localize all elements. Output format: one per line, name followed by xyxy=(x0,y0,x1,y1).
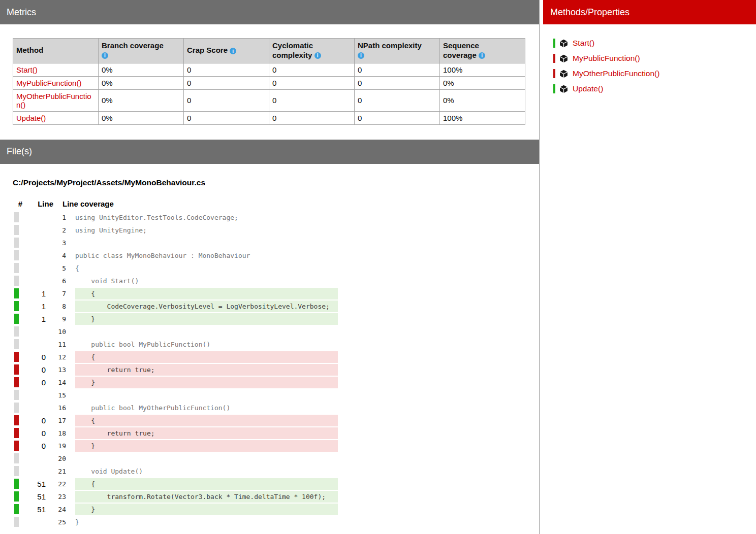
metrics-table: Method Branch coverage i Crap Score i Cy… xyxy=(13,38,525,125)
info-icon[interactable]: i xyxy=(314,52,321,59)
metrics-table-wrap: Method Branch coverage i Crap Score i Cy… xyxy=(13,38,526,125)
column-npath-complexity: NPath complexity i xyxy=(355,39,440,63)
coverage-indicator xyxy=(14,288,19,298)
coverage-indicator xyxy=(14,491,19,502)
main-content: Metrics Method Branch coverage i Crap Sc… xyxy=(0,0,539,534)
column-crap-score: Crap Score i xyxy=(184,39,269,63)
code-line: 20 xyxy=(13,452,539,465)
info-icon[interactable]: i xyxy=(230,48,236,54)
method-link-mypublicfunction[interactable]: MyPublicFunction() xyxy=(16,79,81,87)
info-icon[interactable]: i xyxy=(358,52,364,59)
code-line: 10 xyxy=(13,325,539,338)
coverage-indicator xyxy=(14,326,19,337)
sequence-value: 0% xyxy=(440,76,525,89)
sidebar-link-myotherpublicfunction[interactable]: MyOtherPublicFunction() xyxy=(573,69,659,78)
coverage-bar xyxy=(553,84,555,93)
branch-value: 0% xyxy=(99,63,184,76)
npath-value: 0 xyxy=(355,89,440,111)
npath-value: 0 xyxy=(355,76,440,89)
files-title: File(s) xyxy=(7,146,32,157)
coverage-indicator xyxy=(14,504,19,514)
metrics-row-myotherpublicfunction: MyOtherPublicFunction() 0% 0 0 0 0% xyxy=(13,89,525,111)
method-link-update[interactable]: Update() xyxy=(16,114,46,122)
code-line: 5123 transform.Rotate(Vector3.back * Tim… xyxy=(13,490,539,503)
metrics-section-header: Metrics xyxy=(0,0,539,24)
column-method: Method xyxy=(13,39,99,63)
hash-column-header: # xyxy=(13,199,28,208)
line-column-header: Line xyxy=(28,199,53,208)
cyclomatic-value: 0 xyxy=(269,63,355,76)
methods-sidebar: Methods/Properties Start() MyPublicFunct… xyxy=(539,0,756,534)
npath-value: 0 xyxy=(355,63,440,76)
sidebar-link-mypublicfunction[interactable]: MyPublicFunction() xyxy=(573,54,640,63)
metrics-title: Metrics xyxy=(7,7,36,18)
sequence-value: 100% xyxy=(440,63,525,76)
coverage-indicator xyxy=(14,225,19,235)
sidebar-item-start: Start() xyxy=(553,36,756,51)
code-line: 013 return true; xyxy=(13,363,539,376)
branch-value: 0% xyxy=(99,76,184,89)
code-line: 16 public bool MyOtherPublicFunction() xyxy=(13,402,539,414)
code-line: 19 } xyxy=(13,313,539,325)
coverage-indicator xyxy=(14,263,19,273)
method-link-start[interactable]: Start() xyxy=(16,65,38,74)
code-line: 5122 { xyxy=(13,478,539,490)
sidebar-link-start[interactable]: Start() xyxy=(573,39,594,48)
coverage-indicator xyxy=(14,301,19,311)
cyclomatic-value: 0 xyxy=(269,89,355,111)
code-line: 17 { xyxy=(13,287,539,300)
code-line: 6 void Start() xyxy=(13,275,539,287)
column-sequence-coverage: Sequence coverage i xyxy=(440,39,525,63)
coverage-indicator xyxy=(14,415,19,425)
column-cyclomatic-complexity: Cyclomatic complexity i xyxy=(269,39,355,63)
coverage-indicator xyxy=(14,377,19,387)
coverage-indicator xyxy=(14,314,19,324)
code-line: 21 void Update() xyxy=(13,465,539,478)
methods-properties-title: Methods/Properties xyxy=(550,7,629,18)
info-icon[interactable]: i xyxy=(102,52,108,59)
coverage-indicator xyxy=(14,453,19,463)
cube-icon xyxy=(559,54,568,63)
page: Metrics Method Branch coverage i Crap Sc… xyxy=(0,0,756,534)
npath-value: 0 xyxy=(355,111,440,124)
crap-value: 0 xyxy=(184,63,269,76)
code-table-header: # Line Line coverage xyxy=(13,199,539,208)
coverage-indicator xyxy=(14,212,19,222)
coverage-indicator xyxy=(14,479,19,489)
methods-properties-header: Methods/Properties xyxy=(543,0,756,24)
metrics-row-update: Update() 0% 0 0 0 100% xyxy=(13,111,525,124)
coverage-bar xyxy=(553,69,555,78)
sequence-value: 100% xyxy=(440,111,525,124)
coverage-indicator xyxy=(14,466,19,476)
code-line: 25} xyxy=(13,516,539,528)
metrics-header-row: Method Branch coverage i Crap Score i Cy… xyxy=(13,39,525,63)
code-line: 019 } xyxy=(13,440,539,452)
branch-value: 0% xyxy=(99,111,184,124)
file-path: C:/Projects/MyProject/Assets/MyMonoBehav… xyxy=(13,178,539,187)
sidebar-item-update: Update() xyxy=(553,81,756,96)
cube-icon xyxy=(559,39,568,48)
code-line: 4public class MyMonoBehaviour : MonoBeha… xyxy=(13,249,539,262)
coverage-indicator xyxy=(14,352,19,362)
info-icon[interactable]: i xyxy=(479,52,485,59)
coverage-indicator xyxy=(14,390,19,400)
code-line: 014 } xyxy=(13,376,539,389)
code-coverage-table: # Line Line coverage 1using UnityEditor.… xyxy=(13,199,539,528)
crap-value: 0 xyxy=(184,76,269,89)
line-coverage-column-header: Line coverage xyxy=(62,199,114,208)
code-line: 15 xyxy=(13,389,539,402)
method-link-myotherpublicfunction[interactable]: MyOtherPublicFunction() xyxy=(16,92,91,109)
code-line: 5124 } xyxy=(13,503,539,516)
code-line: 5{ xyxy=(13,262,539,275)
code-line: 18 CodeCoverage.VerbosityLevel = LogVerb… xyxy=(13,300,539,313)
coverage-indicator xyxy=(14,364,19,375)
sidebar-link-update[interactable]: Update() xyxy=(573,84,603,93)
coverage-indicator xyxy=(14,441,19,451)
cyclomatic-value: 0 xyxy=(269,111,355,124)
sequence-value: 0% xyxy=(440,89,525,111)
coverage-indicator xyxy=(14,403,19,413)
sidebar-item-myotherpublicfunction: MyOtherPublicFunction() xyxy=(553,66,756,81)
methods-list: Start() MyPublicFunction() MyOtherPublic… xyxy=(543,36,756,96)
code-line: 3 xyxy=(13,237,539,249)
cube-icon xyxy=(559,70,568,78)
